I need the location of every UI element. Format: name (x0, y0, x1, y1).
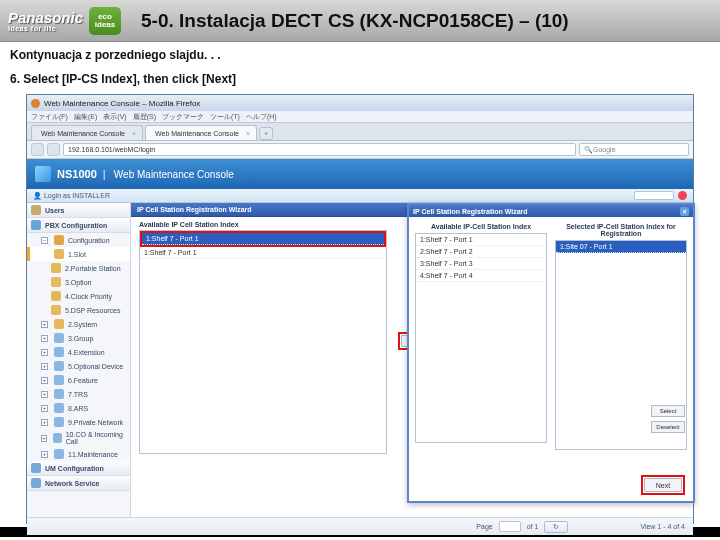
sidebar-item-private-net[interactable]: +9.Private Network (27, 415, 130, 429)
list-item[interactable]: 1:Shelf 7 - Port 1 (416, 234, 546, 246)
sidebar-item-ars[interactable]: +8.ARS (27, 401, 130, 415)
back-button[interactable] (31, 143, 44, 156)
slide-header: Panasonicideas for life ecoideas 5-0. In… (0, 0, 720, 42)
sidebar-item-clock[interactable]: 4.Clock Priority (27, 289, 130, 303)
popup-available-listbox[interactable]: 1:Shelf 7 - Port 1 2:Shelf 7 - Port 2 3:… (415, 233, 547, 443)
sidebar-item-network[interactable]: Network Service (27, 476, 130, 491)
sidebar-item-dsp[interactable]: 5.DSP Resources (27, 303, 130, 317)
sidebar-item-slot[interactable]: 1.Slot (27, 247, 130, 261)
sidebar-item-trs[interactable]: +7.TRS (27, 387, 130, 401)
list-item[interactable]: 1:Site 07 - Port 1 (556, 241, 686, 253)
avatar-icon: 👤 Login as INSTALLER (33, 192, 110, 200)
list-item[interactable]: 3:Shelf 7 - Port 3 (416, 258, 546, 270)
firefox-tabstrip: Web Maintenance Console× Web Maintenance… (27, 123, 693, 141)
sidebar-item-group[interactable]: +3.Group (27, 331, 130, 345)
sidebar-item-co[interactable]: +10.CO & Incoming Call (27, 429, 130, 447)
sidebar-item-config[interactable]: −Configuration (27, 233, 130, 247)
step-instruction: 6. Select [IP-CS Index], then click [Nex… (0, 66, 720, 92)
sidebar-item-option[interactable]: 3.Option (27, 275, 130, 289)
close-icon[interactable]: × (246, 130, 250, 137)
pager-toolbar: Page of 1 ↻ View 1 - 4 of 4 (27, 517, 693, 535)
page-input[interactable] (499, 521, 521, 532)
popup-selected-header: Selected IP-Cell Station Index for Regis… (555, 223, 687, 237)
available-index-listbox[interactable]: 1:Shelf 7 - Port 1 1:Shelf 7 - Port 1 (139, 230, 387, 454)
main-content: IP Cell Station Registration Wizard × Av… (131, 203, 693, 517)
popup-titlebar: IP Cell Station Registration Wizard × (409, 205, 693, 217)
select-button[interactable]: Select (651, 405, 685, 417)
close-icon[interactable]: × (132, 130, 136, 137)
popup-available-header: Available IP-Cell Station Index (415, 223, 547, 230)
firefox-icon (31, 99, 40, 108)
next-button[interactable]: Next (644, 478, 682, 492)
panasonic-logo: Panasonicideas for life (8, 10, 83, 32)
list-item[interactable]: 1:Shelf 7 - Port 1 (142, 233, 384, 245)
slide-title: 5-0. Instalacja DECT CS (KX-NCP0158CE) –… (141, 10, 569, 32)
view-range: View 1 - 4 of 4 (640, 523, 685, 530)
page-label: Page (476, 523, 492, 530)
firefox-toolbar: 192.168.0.101/webMC/login 🔍 Google (27, 141, 693, 159)
embedded-screenshot: Web Maintenance Console – Mozilla Firefo… (26, 94, 694, 524)
sidebar-item-extension[interactable]: +4.Extension (27, 345, 130, 359)
address-bar[interactable]: 192.168.0.101/webMC/login (63, 143, 576, 156)
wmc-banner: NS1000 | Web Maintenance Console (27, 159, 693, 189)
eco-ideas-badge: ecoideas (89, 7, 121, 35)
forward-button[interactable] (47, 143, 60, 156)
wizard-popup: IP Cell Station Registration Wizard × Av… (407, 203, 695, 503)
nav-sidebar: Users PBX Configuration −Configuration 1… (27, 203, 131, 517)
browser-tab-active[interactable]: Web Maintenance Console× (145, 125, 257, 140)
sidebar-item-optional-device[interactable]: +5.Optional Device (27, 359, 130, 373)
firefox-menubar[interactable]: ファイル(F)編集(E)表示(V)履歴(S)ブックマークツール(T)ヘルプ(H) (27, 111, 693, 123)
sidebar-item-feature[interactable]: +6.Feature (27, 373, 130, 387)
firefox-titlebar: Web Maintenance Console – Mozilla Firefo… (27, 95, 693, 111)
highlight-annotation: 1:Shelf 7 - Port 1 (140, 231, 386, 247)
sidebar-item-portable[interactable]: 2.Portable Station (27, 261, 130, 275)
available-index-header: Available IP Cell Station Index (139, 221, 387, 228)
window-title: Web Maintenance Console – Mozilla Firefo… (44, 99, 200, 108)
close-icon[interactable]: × (680, 207, 689, 216)
site-dropdown[interactable] (634, 191, 674, 200)
list-item[interactable]: 4:Shelf 7 - Port 4 (416, 270, 546, 282)
refresh-button[interactable]: ↻ (544, 521, 568, 533)
highlight-annotation: Next (641, 475, 685, 495)
list-item[interactable]: 1:Shelf 7 - Port 1 (140, 247, 386, 259)
continuation-note: Kontynuacja z porzedniego slajdu. . . (0, 42, 720, 66)
sidebar-item-pbx[interactable]: PBX Configuration (27, 218, 130, 233)
product-icon (35, 166, 51, 182)
deselect-button[interactable]: Deselect (651, 421, 685, 433)
sidebar-item-users[interactable]: Users (27, 203, 130, 218)
browser-tab[interactable]: Web Maintenance Console× (31, 125, 143, 140)
page-total: of 1 (527, 523, 539, 530)
login-status-bar: 👤 Login as INSTALLER (27, 189, 693, 203)
search-field[interactable]: 🔍 Google (579, 143, 689, 156)
new-tab-button[interactable]: + (259, 127, 273, 140)
list-item[interactable]: 2:Shelf 7 - Port 2 (416, 246, 546, 258)
sidebar-item-um[interactable]: UM Configuration (27, 461, 130, 476)
sidebar-item-system[interactable]: +2.System (27, 317, 130, 331)
sidebar-item-maintenance[interactable]: +11.Maintenance (27, 447, 130, 461)
logout-icon[interactable] (678, 191, 687, 200)
